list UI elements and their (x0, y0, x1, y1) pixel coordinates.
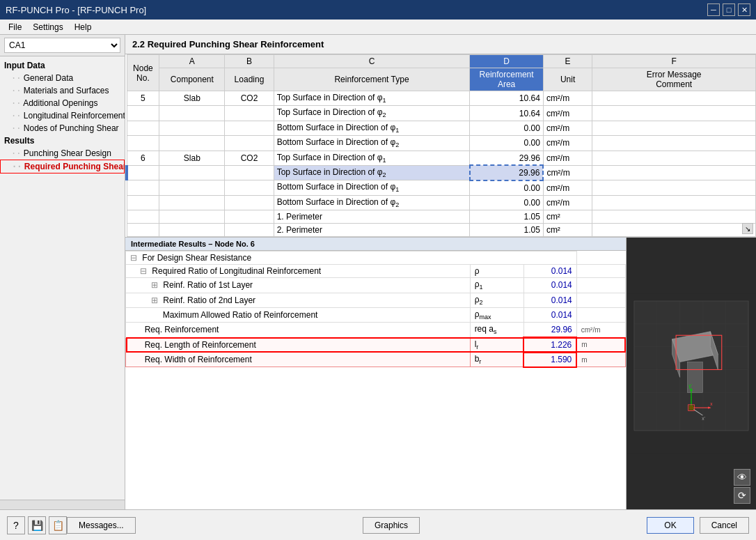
cell-node-no (127, 121, 159, 135)
cell-comment (592, 151, 756, 165)
col-header-node-no: NodeNo. (127, 55, 159, 91)
cell-node-no: 5 (127, 91, 159, 106)
cell-component (159, 195, 225, 210)
int-cell-value: 29.96 (523, 323, 576, 337)
bottom-area: Intermediate Results – Node No. 6 ⊟ For … (125, 238, 756, 509)
cell-unit: cm²/m (543, 136, 592, 151)
table-row: Top Surface in Direction of φ2 29.96 cm²… (127, 165, 756, 180)
cell-unit: cm²/m (543, 195, 592, 210)
col-header-error-message: Error MessageComment (592, 68, 756, 91)
svg-text:x': x' (702, 416, 705, 421)
minimize-button[interactable]: ─ (707, 3, 720, 16)
int-cell-value: 0.014 (523, 278, 576, 293)
resize-handle[interactable]: ↘ (742, 223, 753, 234)
close-button[interactable]: ✕ (738, 3, 750, 16)
cell-type: Bottom Surface in Direction of φ1 (274, 121, 470, 135)
table-row: Bottom Surface in Direction of φ2 0.00 c… (127, 136, 756, 151)
int-cell-unit: cm²/m (576, 323, 625, 337)
view-eye-button[interactable]: 👁 (734, 469, 750, 486)
menu-settings[interactable]: Settings (27, 21, 68, 33)
left-panel-header: CA1 (0, 35, 125, 56)
menu-file[interactable]: File (3, 21, 27, 33)
cell-type: Bottom Surface in Direction of φ1 (274, 180, 470, 195)
cell-value: 10.64 (470, 91, 544, 106)
cell-comment (592, 121, 756, 135)
sidebar-item-punching-shear-design[interactable]: ·· Punching Shear Design (0, 147, 125, 160)
cell-loading (225, 195, 274, 210)
panel-title: 2.2 Required Punching Shear Reinforcemen… (125, 35, 756, 54)
int-cell-unit: m (576, 337, 625, 352)
int-cell-label: ⊟ Required Ratio of Longitudinal Reinfor… (126, 265, 471, 278)
table-row: 1. Perimeter 1.05 cm² (127, 210, 756, 224)
sidebar-item-required-punching-shear-reinf[interactable]: ·· Required Punching Shear Reinf (0, 160, 125, 173)
col-header-reinforcement-type: Reinforcement Type (274, 68, 470, 91)
cell-node-no (127, 195, 159, 210)
sidebar-item-materials-surfaces[interactable]: ·· Materials and Surfaces (0, 84, 125, 97)
intermediate-results-table: ⊟ For Design Shear Resistance ⊟ Required… (125, 251, 626, 368)
sidebar-item-additional-openings[interactable]: ·· Additional Openings (0, 97, 125, 109)
window-title: RF-PUNCH Pro - [RF-PUNCH Pro] (6, 5, 146, 15)
int-row-max-ratio: Maximum Allowed Ratio of Reinforcement ρ… (126, 307, 626, 322)
copy-button[interactable]: 📋 (49, 516, 67, 534)
int-cell-symbol: req as (470, 323, 523, 337)
right-content: NodeNo. A B C D E F Component Loading Re… (125, 54, 756, 509)
ok-button[interactable]: OK (647, 517, 693, 534)
cell-node-no (127, 210, 159, 224)
cell-component (159, 136, 225, 151)
cell-loading (225, 106, 274, 121)
int-cell-value: 0.014 (523, 307, 576, 322)
case-selector[interactable]: CA1 (4, 38, 120, 53)
int-cell-label: Req. Width of Reinforcement (126, 353, 471, 367)
col-header-c: C (274, 55, 470, 68)
cancel-button[interactable]: Cancel (700, 517, 749, 534)
cell-unit: cm²/m (543, 165, 592, 180)
col-header-loading: Loading (225, 68, 274, 91)
cell-loading (225, 224, 274, 237)
maximize-button[interactable]: □ (723, 3, 735, 16)
cell-component (159, 106, 225, 121)
cell-unit: cm²/m (543, 121, 592, 135)
cell-node-no (127, 180, 159, 195)
view-rotate-button[interactable]: ⟳ (734, 487, 750, 504)
cell-unit: cm² (543, 210, 592, 224)
int-row-reinf-2nd: ⊞ Reinf. Ratio of 2nd Layer ρ2 0.014 (126, 293, 626, 307)
table-row: 5 Slab CO2 Top Surface in Direction of φ… (127, 91, 756, 106)
int-cell-value: 1.226 (523, 337, 576, 352)
cell-value: 1.05 (470, 224, 544, 237)
cell-value: 0.00 (470, 121, 544, 135)
navigation-tree: Input Data ·· General Data ·· Materials … (0, 56, 125, 500)
table-row: 2. Perimeter 1.05 cm² (127, 224, 756, 237)
cell-unit: cm²/m (543, 151, 592, 165)
int-cell-value: 1.590 (523, 353, 576, 367)
sidebar-item-longitudinal-reinforcement[interactable]: ·· Longitudinal Reinforcement (0, 109, 125, 122)
help-icon-button[interactable]: ? (7, 516, 25, 534)
cell-component (159, 180, 225, 195)
cell-type: Bottom Surface in Direction of φ2 (274, 195, 470, 210)
cell-comment (592, 136, 756, 151)
cell-node-no (127, 224, 159, 237)
messages-button[interactable]: Messages... (67, 517, 136, 534)
main-container: CA1 Input Data ·· General Data ·· Materi… (0, 35, 756, 509)
menu-help[interactable]: Help (69, 21, 97, 33)
save-button[interactable]: 💾 (28, 516, 46, 534)
left-panel-scrollbar[interactable] (0, 500, 125, 509)
3d-view-panel: y' x x' (627, 238, 756, 509)
cell-type: Top Surface in Direction of φ2 (274, 106, 470, 121)
int-row-req-reinf: Req. Reinforcement req as 29.96 cm²/m (126, 323, 626, 337)
int-cell-label: ⊞ Reinf. Ratio of 1st Layer (126, 278, 471, 293)
graphics-button[interactable]: Graphics (363, 517, 420, 534)
sidebar-item-general-data[interactable]: ·· General Data (0, 72, 125, 84)
bottom-center-controls: Messages... (67, 517, 136, 534)
cell-value: 0.00 (470, 180, 544, 195)
int-cell-symbol: ρ2 (470, 293, 523, 307)
cell-node-no: 6 (127, 151, 159, 165)
cell-loading: CO2 (225, 91, 274, 106)
int-row-reinf-1st: ⊞ Reinf. Ratio of 1st Layer ρ1 0.014 (126, 278, 626, 293)
bottom-left-controls: ? 💾 📋 (7, 516, 67, 534)
section-input-data: Input Data (0, 59, 125, 72)
cell-value: 29.96 (470, 151, 544, 165)
col-header-reinforcement-area: ReinforcementArea (470, 68, 544, 91)
sidebar-item-nodes-punching-shear[interactable]: ·· Nodes of Punching Shear (0, 122, 125, 134)
cell-type: Bottom Surface in Direction of φ2 (274, 136, 470, 151)
cell-comment (592, 224, 756, 237)
